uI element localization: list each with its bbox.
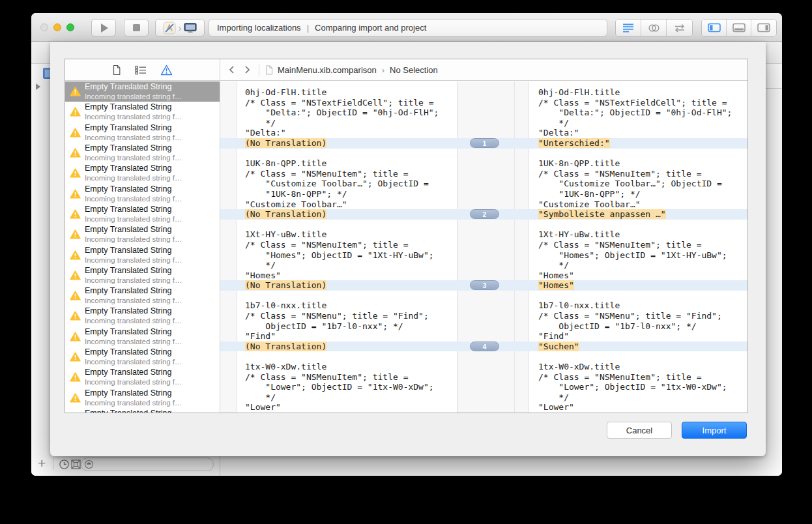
code-line-left: 1Xt-HY-uBw.title <box>220 229 457 240</box>
issue-item[interactable]: Empty Translated StringIncoming translat… <box>65 327 220 347</box>
comparison-editor[interactable]: 0hj-Od-FlH.title0hj-Od-FlH.title/* Class… <box>220 81 747 413</box>
changed-text-right: "Suchen" <box>538 342 579 351</box>
diff-gutter-cell <box>457 118 529 128</box>
issue-item[interactable]: Empty Translated StringIncoming translat… <box>65 306 220 326</box>
code-line-left: "Delta:" <box>220 128 457 138</box>
warning-icon <box>70 87 81 96</box>
diff-badge[interactable]: 3 <box>470 280 499 290</box>
code-row <box>220 149 747 159</box>
back-button[interactable] <box>226 65 237 74</box>
issue-title: Empty Translated String <box>85 102 182 112</box>
issue-subtitle: Incoming translated string f… <box>85 194 182 203</box>
cancel-button[interactable]: Cancel <box>607 422 672 439</box>
version-editor-button[interactable] <box>667 20 692 36</box>
code-row: "Delta:"; ObjectID = "0hj-Od-FlH"; "Delt… <box>220 108 747 118</box>
diff-gutter-cell <box>457 270 529 281</box>
diff-badge[interactable]: 1 <box>470 138 499 148</box>
assistant-editor-button[interactable] <box>641 20 667 36</box>
traffic-light-close[interactable] <box>40 23 48 31</box>
code-line-right: "Homes"; ObjectID = "1Xt-HY-uBw"; <box>529 250 747 261</box>
panel-toggle-group <box>701 19 777 36</box>
code-line-left: /* Class = "NSMenuItem"; title = <box>220 240 457 250</box>
issue-item[interactable]: Empty Translated StringIncoming translat… <box>65 408 220 413</box>
issue-item[interactable]: Empty Translated StringIncoming translat… <box>65 204 220 224</box>
toggle-debug-area-button[interactable] <box>727 20 751 36</box>
issue-item[interactable]: Empty Translated StringIncoming translat… <box>65 81 220 102</box>
jump-bar-file[interactable]: MainMenu.xib.comparison <box>278 65 377 75</box>
code-line-left: "Lower" <box>220 402 457 413</box>
warning-icon <box>70 311 81 321</box>
issue-item[interactable]: Empty Translated StringIncoming translat… <box>65 123 220 143</box>
code-line-left: (No Translation) <box>220 209 457 220</box>
add-button[interactable]: + <box>38 456 46 471</box>
diff-gutter-cell: 2 <box>457 209 529 220</box>
code-row <box>220 291 747 301</box>
navigator-filter-bar: + <box>31 454 782 476</box>
traffic-light-zoom[interactable] <box>66 23 74 31</box>
tab-list-icon[interactable] <box>135 65 147 75</box>
filter-bar-divider <box>53 458 53 470</box>
disclosure-triangle-icon[interactable] <box>36 83 40 90</box>
issue-text: Empty Translated StringIncoming translat… <box>85 225 182 244</box>
panel-body: Empty Translated StringIncoming translat… <box>65 81 747 413</box>
tab-file-icon[interactable] <box>112 65 121 76</box>
diff-gutter-cell <box>457 250 529 261</box>
code-row: 1b7-l0-nxx.title1b7-l0-nxx.title <box>220 300 747 311</box>
issue-text: Empty Translated StringIncoming translat… <box>85 164 182 182</box>
diff-badge[interactable]: 2 <box>470 209 499 219</box>
code-line-right: 1b7-l0-nxx.title <box>529 300 747 311</box>
recent-files-clock-icon[interactable] <box>59 459 70 470</box>
issue-item[interactable]: Empty Translated StringIncoming translat… <box>65 102 220 122</box>
code-row: "Lower""Lower" <box>220 402 747 413</box>
issue-item[interactable]: Empty Translated StringIncoming translat… <box>65 183 220 203</box>
code-line-right: "Homes" <box>529 270 747 281</box>
issue-text: Empty Translated StringIncoming translat… <box>85 347 182 366</box>
import-button[interactable]: Import <box>682 422 747 439</box>
issue-title: Empty Translated String <box>85 164 182 173</box>
diff-gutter-cell <box>457 351 529 362</box>
diff-gutter-cell: 1 <box>457 138 529 149</box>
code-line-left: /* Class = "NSMenuItem"; title = <box>220 169 457 179</box>
code-line-right: */ <box>529 118 747 128</box>
code-row: (No Translation)4"Suchen" <box>220 342 747 352</box>
code-row: "Find""Find" <box>220 331 747 342</box>
issue-item[interactable]: Empty Translated StringIncoming translat… <box>65 244 220 265</box>
issue-item[interactable]: Empty Translated StringIncoming translat… <box>65 224 220 244</box>
changed-text-left: (No Translation) <box>245 138 326 148</box>
code-line-right: 1Xt-HY-uBw.title <box>529 229 747 240</box>
toggle-utilities-button[interactable] <box>751 20 776 36</box>
code-line-right: /* Class = "NSTextFieldCell"; title = <box>529 98 747 108</box>
left-panel-icon <box>708 23 721 33</box>
toggle-navigator-button[interactable] <box>702 20 727 36</box>
traffic-light-minimize[interactable] <box>53 23 61 31</box>
editor-divider-line <box>765 88 782 89</box>
issue-item[interactable]: Empty Translated StringIncoming translat… <box>65 163 220 183</box>
code-line-right: "Delta:" <box>529 128 747 138</box>
issue-item[interactable]: Empty Translated StringIncoming translat… <box>65 143 220 163</box>
code-line-right: */ <box>529 392 747 403</box>
code-line-right <box>529 149 747 159</box>
issue-item[interactable]: Empty Translated StringIncoming translat… <box>65 265 220 285</box>
code-row: "1UK-8n-QPP"; */ "1UK-8n-QPP"; */ <box>220 189 747 199</box>
code-line-left: /* Class = "NSMenu"; title = "Find"; <box>220 311 457 321</box>
code-line-right: "Suchen" <box>529 342 747 352</box>
issue-title: Empty Translated String <box>85 82 182 92</box>
diff-gutter-cell <box>457 220 529 230</box>
modified-files-icon[interactable] <box>70 459 81 470</box>
issue-item[interactable]: Empty Translated StringIncoming translat… <box>65 285 220 306</box>
issue-item[interactable]: Empty Translated StringIncoming translat… <box>65 367 220 387</box>
diff-badge[interactable]: 4 <box>470 342 499 351</box>
issue-item[interactable]: Empty Translated StringIncoming translat… <box>65 387 220 407</box>
activity-separator: | <box>307 23 309 33</box>
tab-warnings-icon[interactable] <box>160 65 173 76</box>
forward-button[interactable] <box>242 65 253 74</box>
warning-icon <box>70 332 81 342</box>
stop-button[interactable] <box>124 19 149 36</box>
filter-field[interactable] <box>81 458 214 471</box>
run-button[interactable] <box>91 19 116 36</box>
scheme-selector[interactable]: › <box>155 19 205 36</box>
issue-item[interactable]: Empty Translated StringIncoming translat… <box>65 347 220 367</box>
warning-icon <box>70 250 81 260</box>
standard-editor-button[interactable] <box>616 20 641 36</box>
jump-bar-selection[interactable]: No Selection <box>390 65 438 75</box>
